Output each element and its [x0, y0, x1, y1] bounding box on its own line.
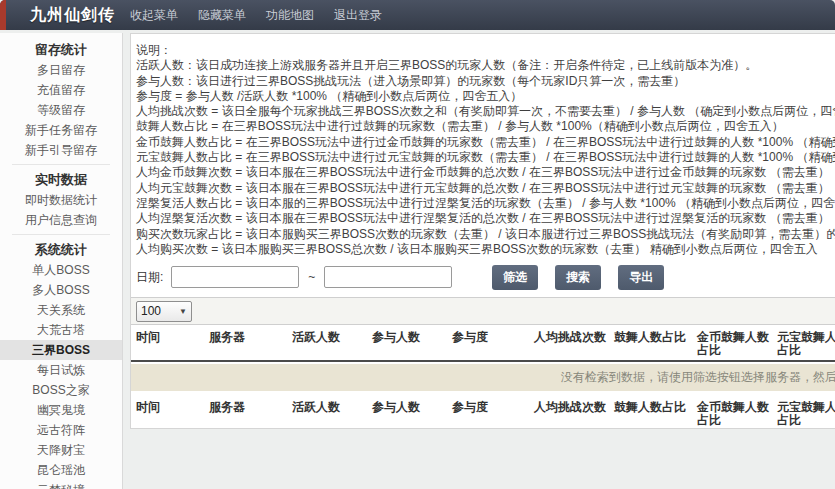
sidebar-item[interactable]: 用户信息查询: [0, 210, 122, 230]
feature-map-button[interactable]: 功能地图: [266, 0, 314, 30]
column-header: 人均挑战次数: [529, 399, 609, 414]
note-line: 人均涅槃复活次数 = 该日本服在三界BOSS玩法中进行涅槃复活的总次数 / 在三…: [136, 211, 835, 226]
note-line: 鼓舞人数占比 = 在三界BOSS玩法中进行过鼓舞的玩家数（需去重） / 参与人数…: [136, 119, 835, 134]
sidebar-item-active[interactable]: 三界BOSS: [0, 340, 122, 360]
sidebar-item[interactable]: 每日试炼: [0, 360, 122, 380]
note-line: 金币鼓舞人数占比 = 在三界BOSS玩法中进行过金币鼓舞的玩家数（需去重） / …: [136, 135, 835, 150]
sidebar-item[interactable]: 云梦秘境: [0, 480, 122, 489]
column-header: 人均挑战次数: [529, 329, 609, 344]
sidebar-item[interactable]: 新手引导留存: [0, 140, 122, 160]
sidebar-item[interactable]: 天关系统: [0, 300, 122, 320]
notes-block: 说明： 活跃人数：该日成功连接上游戏服务器并且开启三界BOSS的玩家人数（备注：…: [131, 34, 835, 257]
export-button[interactable]: 导出: [618, 265, 664, 290]
column-header: 活跃人数: [287, 329, 367, 344]
sidebar-item[interactable]: 远古符阵: [0, 420, 122, 440]
dropdown-arrow-icon: ▼: [179, 307, 187, 316]
top-menu: 收起菜单隐藏菜单功能地图退出登录: [130, 0, 382, 30]
column-header: 服务器: [204, 399, 287, 414]
notes-title: 说明：: [136, 43, 835, 58]
main-panel: 说明： 活跃人数：该日成功连接上游戏服务器并且开启三界BOSS的玩家人数（备注：…: [130, 33, 835, 429]
filter-button[interactable]: 筛选: [492, 265, 538, 290]
page-size-select[interactable]: 100 ▼: [136, 301, 192, 322]
note-line: 涅槃复活人数占比 = 该日本服的三界BOSS玩法中进行过涅槃复活的玩家数（去重）…: [136, 196, 835, 211]
column-header: 活跃人数: [287, 399, 367, 414]
empty-state-row: 没有检索到数据，请使用筛选按钮选择服务器，然后使用搜索按钮进行搜索: [131, 364, 835, 391]
search-button[interactable]: 搜索: [555, 265, 601, 290]
grid-header-row: 时间服务器活跃人数参与人数参与度人均挑战次数鼓舞人数占比金币鼓舞人数占比元宝鼓舞…: [131, 395, 835, 429]
column-header: 金币鼓舞人数占比: [692, 329, 772, 357]
app-logo: 九州仙剑传: [30, 0, 115, 30]
sidebar-section-title: 留存统计: [0, 39, 122, 60]
sidebar-divider: [12, 164, 110, 165]
note-line: 元宝鼓舞人数占比 = 在三界BOSS玩法中进行过元宝鼓舞的玩家数（需去重） / …: [136, 150, 835, 165]
sidebar-section-title: 实时数据: [0, 169, 122, 190]
filter-buttons: 筛选搜索导出: [492, 265, 664, 290]
note-line: 活跃人数：该日成功连接上游戏服务器并且开启三界BOSS的玩家人数（备注：开启条件…: [136, 58, 835, 73]
note-line: 人均挑战次数 = 该日全服每个玩家挑战三界BOSS次数之和（有奖励即算一次，不需…: [136, 104, 835, 119]
column-header: 参与人数: [367, 329, 447, 344]
grid-toolbar: 100 ▼: [131, 297, 835, 325]
empty-state-message: 没有检索到数据，请使用筛选按钮选择服务器，然后使用搜索按钮进行搜索: [131, 369, 835, 386]
grid-header-row: 时间服务器活跃人数参与人数参与度人均挑战次数鼓舞人数占比金币鼓舞人数占比元宝鼓舞…: [131, 325, 835, 362]
column-header: 金币鼓舞人数占比: [692, 399, 772, 427]
sidebar-divider: [12, 234, 110, 235]
note-line: 参与度 = 参与人数 /活跃人数 *100% （精确到小数点后两位，四舍五入）: [136, 89, 835, 104]
date-from-input[interactable]: [171, 266, 299, 288]
sidebar-item[interactable]: 新手任务留存: [0, 120, 122, 140]
sidebar-item[interactable]: 等级留存: [0, 100, 122, 120]
column-header: 参与人数: [367, 399, 447, 414]
sidebar-item[interactable]: 充值留存: [0, 80, 122, 100]
date-range-separator: ~: [308, 270, 315, 284]
column-header: 时间: [131, 399, 204, 414]
app-header: 九州仙剑传 收起菜单隐藏菜单功能地图退出登录: [0, 0, 835, 30]
column-header: 元宝鼓舞人数占比: [772, 399, 835, 427]
sidebar-item[interactable]: BOSS之家: [0, 380, 122, 400]
data-grid: 时间服务器活跃人数参与人数参与度人均挑战次数鼓舞人数占比金币鼓舞人数占比元宝鼓舞…: [131, 325, 835, 429]
sidebar-item[interactable]: 昆仑瑶池: [0, 460, 122, 480]
date-label: 日期:: [136, 269, 163, 286]
note-line: 人均购买次数 = 该日本服购买三界BOSS总次数 / 该日本服购买三界BOSS次…: [136, 242, 835, 257]
sidebar-section-title: 系统统计: [0, 239, 122, 260]
sidebar-item[interactable]: 多日留存: [0, 60, 122, 80]
sidebar-item[interactable]: 大荒古塔: [0, 320, 122, 340]
collapse-menu-button[interactable]: 收起菜单: [130, 0, 178, 30]
column-header: 服务器: [204, 329, 287, 344]
sidebar-item[interactable]: 单人BOSS: [0, 260, 122, 280]
sidebar-item[interactable]: 即时数据统计: [0, 190, 122, 210]
date-filter-row: 日期: ~ 筛选搜索导出: [136, 265, 835, 289]
page-size-value: 100: [141, 304, 161, 318]
note-line: 人均元宝鼓舞次数 = 该日本服在三界BOSS玩法中进行元宝鼓舞的总次数 / 在三…: [136, 181, 835, 196]
column-header: 元宝鼓舞人数占比: [772, 329, 835, 357]
column-header: 鼓舞人数占比: [609, 399, 692, 414]
note-line: 购买次数玩家占比 = 该日本服购买三界BOSS次数的玩家数（去重） / 该日本服…: [136, 227, 835, 242]
sidebar-item[interactable]: 多人BOSS: [0, 280, 122, 300]
column-header: 参与度: [447, 399, 529, 414]
sidebar-nav: 留存统计多日留存充值留存等级留存新手任务留存新手引导留存实时数据即时数据统计用户…: [0, 33, 123, 489]
date-to-input[interactable]: [324, 266, 452, 288]
sidebar-item[interactable]: 天降财宝: [0, 440, 122, 460]
brand-accent-bar: [0, 0, 6, 30]
column-header: 参与度: [447, 329, 529, 344]
column-header: 时间: [131, 329, 204, 344]
column-header: 鼓舞人数占比: [609, 329, 692, 344]
note-line: 人均金币鼓舞次数 = 该日本服在三界BOSS玩法中进行金币鼓舞的总次数 / 在三…: [136, 165, 835, 180]
logout-button[interactable]: 退出登录: [334, 0, 382, 30]
sidebar-item[interactable]: 幽冥鬼境: [0, 400, 122, 420]
note-line: 参与人数：该日进行过三界BOSS挑战玩法（进入场景即算）的玩家数（每个玩家ID只…: [136, 74, 835, 89]
hide-menu-button[interactable]: 隐藏菜单: [198, 0, 246, 30]
